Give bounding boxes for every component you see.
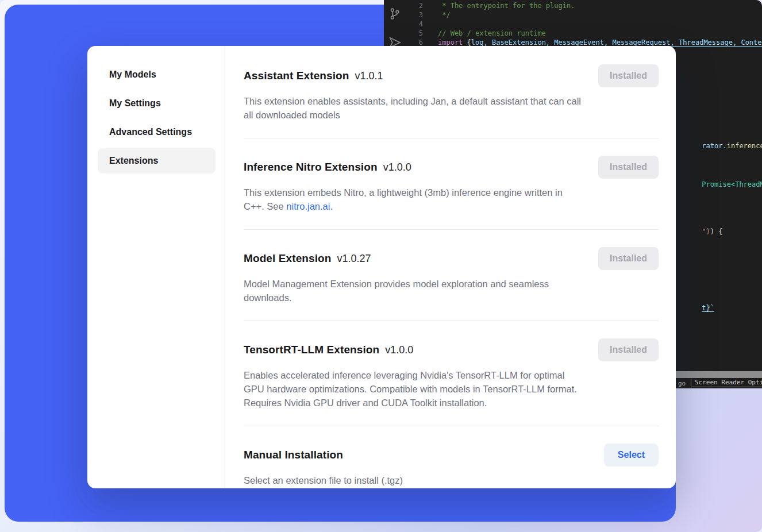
installed-button[interactable]: Installed [598, 338, 659, 361]
extension-description: This extension enables assistants, inclu… [244, 94, 583, 122]
extension-row-inference-nitro: Inference Nitro Extension v1.0.0 Install… [244, 138, 659, 230]
extension-description: This extension embeds Nitro, a lightweig… [244, 186, 583, 213]
extension-name: Model Extension [244, 252, 331, 265]
manual-installation-row: Manual Installation Select Select an ext… [244, 426, 659, 488]
installed-button[interactable]: Installed [598, 156, 659, 179]
sidebar-item-label: Extensions [109, 156, 158, 166]
sidebar-item-label: My Settings [109, 98, 161, 109]
extension-version: v1.0.0 [385, 344, 413, 356]
statusbar-text: go [678, 380, 686, 387]
extension-description: Model Management Extension provides mode… [244, 277, 583, 304]
sidebar-item-advanced-settings[interactable]: Advanced Settings [98, 119, 215, 145]
settings-modal: My Models My Settings Advanced Settings … [87, 46, 676, 488]
installed-button[interactable]: Installed [598, 247, 659, 270]
sidebar-item-label: My Models [109, 70, 156, 80]
line-number: 5 [406, 29, 423, 38]
extensions-panel: Assistant Extension v1.0.1 Installed Thi… [225, 46, 676, 488]
extension-row-tensorrt-llm: TensortRT-LLM Extension v1.0.0 Installed… [244, 321, 659, 426]
sidebar-item-extensions[interactable]: Extensions [98, 148, 215, 174]
extension-version: v1.0.1 [355, 70, 383, 82]
code-area: 2 * The entrypoint for the plugin. 3 */ … [406, 1, 762, 47]
settings-sidebar: My Models My Settings Advanced Settings … [87, 46, 225, 488]
screen-reader-optimized-badge: Screen Reader Optimized [691, 377, 762, 387]
sidebar-item-label: Advanced Settings [109, 127, 192, 137]
extension-row-model: Model Extension v1.0.27 Installed Model … [244, 230, 659, 321]
extension-name: Inference Nitro Extension [244, 161, 378, 174]
extension-name: Assistant Extension [244, 70, 349, 82]
installed-button[interactable]: Installed [598, 64, 659, 87]
code-fragment: t}` [677, 294, 714, 322]
extension-version: v1.0.27 [337, 253, 371, 265]
code-fragment: rator.inference(data)); [677, 132, 762, 160]
extension-name: TensortRT-LLM Extension [244, 344, 379, 356]
source-control-icon [388, 7, 401, 21]
code-fragment: ")) { [677, 218, 723, 245]
select-file-button[interactable]: Select [604, 444, 659, 467]
sidebar-item-my-models[interactable]: My Models [98, 62, 215, 87]
page: 2 * The entrypoint for the plugin. 3 */ … [0, 0, 762, 532]
extension-description: Enables accelerated inference leveraging… [244, 368, 583, 410]
sidebar-item-my-settings[interactable]: My Settings [98, 91, 215, 116]
line-number: 2 [406, 1, 423, 10]
code-line: 4 [406, 20, 762, 29]
manual-installation-description: Select an extension file to install (.tg… [244, 473, 583, 487]
extension-version: v1.0.0 [383, 161, 411, 174]
nitro-jan-ai-link[interactable]: nitro.jan.ai. [286, 201, 333, 211]
extension-row-assistant: Assistant Extension v1.0.1 Installed Thi… [244, 46, 659, 138]
code-line: 2 * The entrypoint for the plugin. [406, 1, 762, 10]
line-number: 3 [406, 10, 423, 20]
code-line: 5 // Web / extension runtime [406, 29, 762, 38]
line-number: 4 [406, 20, 423, 29]
manual-installation-title: Manual Installation [244, 449, 343, 461]
code-line: 3 */ [406, 10, 762, 20]
code-fragment: Promise<ThreadMessage> [677, 171, 762, 198]
